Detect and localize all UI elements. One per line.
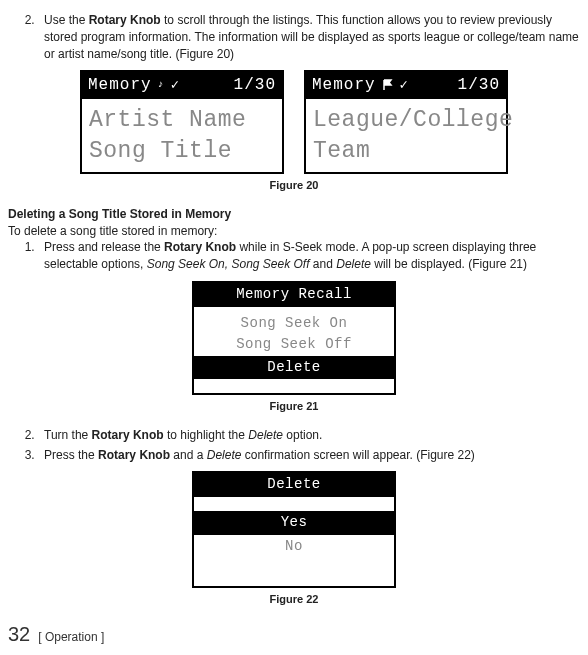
section-intro: To delete a song title stored in memory: [8, 223, 580, 240]
lcd-header: Memory ✓ 1/30 [306, 72, 506, 98]
rotary-knob-term: Rotary Knob [89, 13, 161, 27]
menu-item-song-seek-off: Song Seek Off [194, 334, 394, 356]
menu-item-song-seek-on: Song Seek On [194, 313, 394, 335]
section-label: [ Operation ] [38, 629, 104, 646]
memory-label: Memory [312, 74, 376, 96]
lcd-line-1: League/College [313, 105, 499, 136]
lcd-line-2: Song Title [89, 136, 275, 167]
delete-step-2: Turn the Rotary Knob to highlight the De… [38, 427, 580, 444]
menu-body: Song Seek On Song Seek Off Delete [194, 307, 394, 382]
delete-term: Delete [207, 448, 242, 462]
menu-footer-space [194, 381, 394, 393]
instruction-2: Use the Rotary Knob to scroll through th… [38, 12, 580, 62]
rotary-knob-term: Rotary Knob [98, 448, 170, 462]
gap [194, 558, 394, 586]
lcd-header: Memory ♪ ✓ 1/30 [82, 72, 282, 98]
lcd-screen-league: Memory ✓ 1/30 League/College Team [304, 70, 508, 174]
delete-confirm-menu: Delete Yes No [192, 471, 396, 588]
flag-icon [382, 74, 394, 96]
menu-item-delete: Delete [194, 356, 394, 380]
delete-yes-option: Yes [194, 511, 394, 535]
page-footer: 32 [ Operation ] [8, 620, 580, 648]
lcd-screen-artist: Memory ♪ ✓ 1/30 Artist Name Song Title [80, 70, 284, 174]
figure-20-row: Memory ♪ ✓ 1/30 Artist Name Song Title M… [8, 70, 580, 174]
check-icon: ✓ [171, 76, 180, 96]
lcd-line-1: Artist Name [89, 105, 275, 136]
memory-recall-menu: Memory Recall Song Seek On Song Seek Off… [192, 281, 396, 395]
check-icon: ✓ [400, 76, 409, 96]
gap [194, 497, 394, 511]
delete-term: Delete [248, 428, 283, 442]
rotary-knob-term: Rotary Knob [164, 240, 236, 254]
lcd-body: Artist Name Song Title [82, 99, 282, 173]
lcd-line-2: Team [313, 136, 499, 167]
delete-step-1: Press and release the Rotary Knob while … [38, 239, 580, 273]
delete-step-3: Press the Rotary Knob and a Delete confi… [38, 447, 580, 464]
menu-title: Memory Recall [194, 283, 394, 307]
text: Use the [44, 13, 89, 27]
option-names: Song Seek On, Song Seek Off [147, 257, 310, 271]
page-number: 32 [8, 620, 30, 648]
music-note-icon: ♪ [158, 78, 165, 92]
section-heading: Deleting a Song Title Stored in Memory [8, 206, 580, 223]
memory-count: 1/30 [234, 74, 276, 96]
memory-label: Memory [88, 74, 152, 96]
figure-21-caption: Figure 21 [8, 399, 580, 414]
delete-steps-list-2: Turn the Rotary Knob to highlight the De… [8, 427, 580, 464]
delete-steps-list-1: Press and release the Rotary Knob while … [8, 239, 580, 273]
delete-no-option: No [194, 535, 394, 559]
figure-22-caption: Figure 22 [8, 592, 580, 607]
lcd-body: League/College Team [306, 99, 506, 173]
memory-count: 1/30 [458, 74, 500, 96]
delete-term: Delete [336, 257, 371, 271]
delete-title: Delete [194, 473, 394, 497]
rotary-knob-term: Rotary Knob [92, 428, 164, 442]
figure-20-caption: Figure 20 [8, 178, 580, 193]
instruction-list-top: Use the Rotary Knob to scroll through th… [8, 12, 580, 62]
